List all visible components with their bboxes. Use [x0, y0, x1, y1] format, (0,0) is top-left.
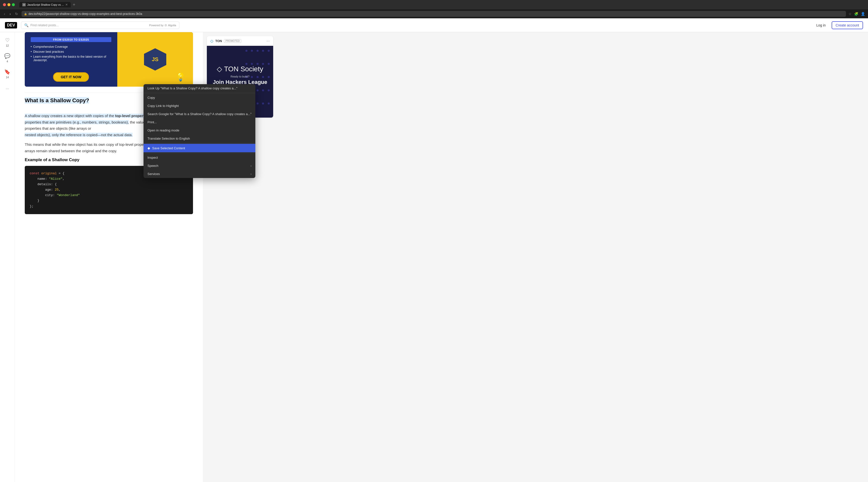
ad-sponsor: TON	[215, 39, 222, 43]
heart-icon: ♡	[5, 37, 10, 43]
url-bar[interactable]: 🔒 dev.to/hkp22/javascript-shallow-copy-v…	[22, 11, 846, 17]
tab-label: JavaScript Shallow Copy vs ...	[27, 3, 64, 6]
close-button[interactable]	[3, 3, 6, 6]
login-button[interactable]: Log in	[813, 22, 829, 29]
banner-title-bar: FROM ES2010 TO ES2025	[31, 37, 111, 42]
dev-logo[interactable]: DEV	[5, 22, 17, 28]
search-placeholder: Find related posts...	[30, 23, 147, 27]
tab-favicon: JS	[22, 3, 26, 6]
more-actions[interactable]: ···	[6, 87, 9, 91]
app-header: DEV 🔍 Find related posts... Powered by ◎…	[0, 18, 868, 32]
traffic-lights	[3, 3, 15, 6]
bullet-3: Learn everything from the basics to the …	[31, 55, 111, 62]
like-count: 12	[6, 44, 9, 47]
menu-item-speech[interactable]: Speech ›	[144, 162, 255, 170]
browser-chrome: JS JavaScript Shallow Copy vs ... ✕ +	[0, 0, 868, 9]
get-it-now-button[interactable]: GET IT NOW	[53, 72, 89, 82]
search-icon: 🔍	[24, 23, 28, 27]
algolia-name: Algolia	[168, 24, 176, 27]
code-const: const	[30, 172, 39, 175]
banner-image: FROM ES2010 TO ES2025 Comprehensive Cove…	[25, 32, 193, 87]
banner-right: JS 💡	[117, 32, 193, 87]
ad-ready-text: Ready to build?	[230, 75, 249, 78]
menu-item-translate-label: Translate Selection to English	[148, 137, 190, 140]
menu-item-search-google-label: Search Google for "What Is a Shallow Cop…	[148, 112, 251, 116]
lightbulb-icon: 💡	[176, 72, 186, 82]
reload-button[interactable]: ↻	[14, 11, 19, 17]
menu-item-copy[interactable]: Copy	[144, 94, 255, 102]
promoted-label: PROMOTED	[224, 39, 241, 43]
submenu-arrow-speech: ›	[250, 164, 251, 168]
ton-icon: ◇	[210, 39, 213, 43]
code-varname: original	[41, 172, 57, 175]
menu-item-print[interactable]: Print...	[144, 118, 255, 126]
menu-divider-3	[144, 153, 255, 153]
menu-item-search-google[interactable]: Search Google for "What Is a Shallow Cop…	[144, 110, 255, 118]
menu-item-save-selected[interactable]: ◆ Save Selected Content	[144, 144, 255, 152]
address-bar: ‹ › ↻ 🔒 dev.to/hkp22/javascript-shallow-…	[0, 9, 868, 18]
comment-count: 4	[6, 60, 8, 63]
menu-item-reading-mode[interactable]: Open in reading mode	[144, 126, 255, 134]
back-button[interactable]: ‹	[3, 11, 6, 17]
url-text: dev.to/hkp22/javascript-shallow-copy-vs-…	[28, 12, 142, 16]
menu-item-copy-link-label: Copy Link to Highlight	[148, 104, 179, 108]
banner-left: FROM ES2010 TO ES2025 Comprehensive Cove…	[25, 32, 117, 87]
bookmark-icon: 🔖	[4, 69, 10, 75]
bullet-2: Discover best practices	[31, 50, 111, 54]
context-menu[interactable]: Look Up "What Is a Shallow Copy? A shall…	[144, 84, 255, 178]
algolia-logo: ◎	[164, 24, 167, 27]
extension-icon[interactable]: 🧩	[854, 12, 858, 16]
comment-action[interactable]: 💬 4	[4, 53, 10, 63]
new-tab-button[interactable]: +	[73, 2, 75, 7]
menu-item-services-label: Services	[148, 172, 160, 176]
algolia-badge: Powered by ◎ Algolia	[149, 24, 176, 27]
algolia-label: Powered by	[149, 24, 163, 27]
minimize-button[interactable]	[7, 3, 10, 6]
lock-icon: 🔒	[24, 12, 27, 16]
active-tab[interactable]: JS JavaScript Shallow Copy vs ... ✕	[19, 2, 71, 7]
menu-item-inspect[interactable]: Inspect	[144, 153, 255, 162]
menu-item-lookup-label: Look Up "What Is a Shallow Copy? A shall…	[148, 86, 237, 90]
js-hexagon-icon: JS	[144, 48, 166, 70]
forward-button[interactable]: ›	[9, 11, 12, 17]
menu-item-copy-link[interactable]: Copy Link to Highlight	[144, 102, 255, 110]
menu-item-translate[interactable]: Translate Selection to English	[144, 134, 255, 143]
banner-container: FROM ES2010 TO ES2025 Comprehensive Cove…	[25, 32, 193, 87]
profile-icon[interactable]: 👤	[861, 12, 865, 16]
comment-icon: 💬	[4, 53, 10, 59]
header-actions: Log in Create account	[813, 21, 863, 29]
menu-item-save-label: Save Selected Content	[152, 146, 185, 150]
menu-item-lookup[interactable]: Look Up "What Is a Shallow Copy? A shall…	[144, 84, 255, 92]
create-account-button[interactable]: Create account	[832, 21, 863, 29]
tab-close-icon[interactable]: ✕	[65, 3, 68, 6]
menu-item-services[interactable]: Services ›	[144, 170, 255, 178]
banner-bullets: Comprehensive Coverage Discover best pra…	[31, 45, 111, 63]
submenu-arrow-services: ›	[250, 172, 251, 176]
left-sidebar: ♡ 12 💬 4 🔖 14 ···	[0, 32, 15, 482]
bookmark-star-icon[interactable]: ☆	[848, 12, 852, 16]
menu-item-reading-mode-label: Open in reading mode	[148, 128, 179, 132]
menu-item-copy-label: Copy	[148, 96, 155, 99]
bookmark-count: 14	[6, 76, 9, 79]
para1-end-highlight: nested objects), only the reference is c…	[25, 133, 133, 137]
ton-society-logo: ◇ TON Society	[217, 65, 263, 73]
menu-item-inspect-label: Inspect	[148, 156, 158, 159]
tab-bar: JS JavaScript Shallow Copy vs ... ✕ +	[19, 2, 75, 7]
menu-item-speech-label: Speech	[148, 164, 158, 168]
bookmark-action[interactable]: 🔖 14	[4, 69, 10, 79]
address-actions: ☆ 🧩 👤	[848, 12, 865, 16]
search-bar[interactable]: 🔍 Find related posts... Powered by ◎ Alg…	[21, 22, 179, 29]
menu-item-print-label: Print...	[148, 120, 157, 124]
menu-divider-1	[144, 93, 255, 93]
ad-header: ◇ TON PROMOTED ···	[207, 36, 273, 46]
maximize-button[interactable]	[12, 3, 15, 6]
like-action[interactable]: ♡ 12	[5, 37, 10, 47]
save-icon: ◆	[148, 146, 150, 150]
bullet-1: Comprehensive Coverage	[31, 45, 111, 49]
main-layout: ♡ 12 💬 4 🔖 14 ··· FROM ES2010 TO ES2025 …	[0, 32, 868, 482]
ad-more-icon[interactable]: ···	[267, 39, 270, 43]
